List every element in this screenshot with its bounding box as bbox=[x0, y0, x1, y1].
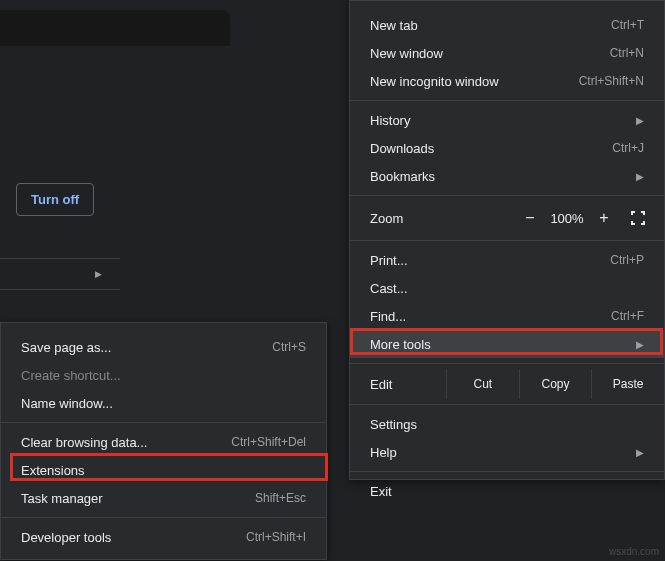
menu-label: More tools bbox=[370, 337, 624, 352]
zoom-label: Zoom bbox=[370, 211, 516, 226]
menu-separator bbox=[350, 404, 664, 405]
submenu-create-shortcut: Create shortcut... bbox=[1, 361, 326, 389]
menu-label: Clear browsing data... bbox=[21, 435, 231, 450]
menu-cast[interactable]: Cast... bbox=[350, 274, 664, 302]
menu-label: New window bbox=[370, 46, 610, 61]
cut-button[interactable]: Cut bbox=[446, 369, 519, 399]
menu-separator bbox=[350, 471, 664, 472]
menu-label: Help bbox=[370, 445, 624, 460]
menu-separator bbox=[1, 422, 326, 423]
turn-off-button[interactable]: Turn off bbox=[16, 183, 94, 216]
menu-exit[interactable]: Exit bbox=[350, 477, 664, 505]
zoom-out-button[interactable]: − bbox=[516, 209, 544, 227]
menu-separator bbox=[350, 100, 664, 101]
submenu-task-manager[interactable]: Task manager Shift+Esc bbox=[1, 484, 326, 512]
copy-button[interactable]: Copy bbox=[519, 369, 592, 399]
zoom-in-button[interactable]: + bbox=[590, 209, 618, 227]
menu-separator bbox=[350, 363, 664, 364]
menu-help[interactable]: Help ▶ bbox=[350, 438, 664, 466]
paste-button[interactable]: Paste bbox=[591, 369, 664, 399]
menu-label: Save page as... bbox=[21, 340, 272, 355]
menu-downloads[interactable]: Downloads Ctrl+J bbox=[350, 134, 664, 162]
fullscreen-icon[interactable] bbox=[624, 211, 652, 225]
menu-separator bbox=[350, 195, 664, 196]
menu-label: History bbox=[370, 113, 624, 128]
menu-new-tab[interactable]: New tab Ctrl+T bbox=[350, 11, 664, 39]
chevron-right-icon: ▶ bbox=[95, 269, 102, 279]
menu-label: New incognito window bbox=[370, 74, 579, 89]
submenu-save-page[interactable]: Save page as... Ctrl+S bbox=[1, 333, 326, 361]
menu-shortcut: Ctrl+Shift+Del bbox=[231, 435, 306, 449]
submenu-arrow-icon: ▶ bbox=[636, 339, 644, 350]
submenu-name-window[interactable]: Name window... bbox=[1, 389, 326, 417]
menu-label: Find... bbox=[370, 309, 611, 324]
menu-shortcut: Ctrl+T bbox=[611, 18, 644, 32]
menu-shortcut: Ctrl+P bbox=[610, 253, 644, 267]
menu-label: Developer tools bbox=[21, 530, 246, 545]
menu-label: New tab bbox=[370, 18, 611, 33]
menu-label: Cast... bbox=[370, 281, 644, 296]
submenu-extensions[interactable]: Extensions bbox=[1, 456, 326, 484]
submenu-arrow-icon: ▶ bbox=[636, 447, 644, 458]
menu-more-tools[interactable]: More tools ▶ bbox=[350, 330, 664, 358]
more-tools-submenu: Save page as... Ctrl+S Create shortcut..… bbox=[0, 322, 327, 560]
background-tab bbox=[0, 10, 230, 46]
menu-shortcut: Ctrl+J bbox=[612, 141, 644, 155]
menu-label: Print... bbox=[370, 253, 610, 268]
menu-new-window[interactable]: New window Ctrl+N bbox=[350, 39, 664, 67]
submenu-arrow-icon: ▶ bbox=[636, 171, 644, 182]
menu-label: Extensions bbox=[21, 463, 306, 478]
watermark: wsxdn.com bbox=[609, 546, 659, 557]
menu-shortcut: Ctrl+Shift+I bbox=[246, 530, 306, 544]
menu-label: Bookmarks bbox=[370, 169, 624, 184]
chrome-main-menu: New tab Ctrl+T New window Ctrl+N New inc… bbox=[349, 0, 665, 480]
background-expander-row[interactable]: ▶ bbox=[0, 258, 120, 290]
submenu-developer-tools[interactable]: Developer tools Ctrl+Shift+I bbox=[1, 523, 326, 551]
menu-label: Downloads bbox=[370, 141, 612, 156]
submenu-clear-data[interactable]: Clear browsing data... Ctrl+Shift+Del bbox=[1, 428, 326, 456]
menu-history[interactable]: History ▶ bbox=[350, 106, 664, 134]
menu-edit-row: Edit Cut Copy Paste bbox=[350, 369, 664, 399]
menu-find[interactable]: Find... Ctrl+F bbox=[350, 302, 664, 330]
menu-label: Name window... bbox=[21, 396, 306, 411]
submenu-arrow-icon: ▶ bbox=[636, 115, 644, 126]
edit-label: Edit bbox=[370, 377, 446, 392]
menu-settings[interactable]: Settings bbox=[350, 410, 664, 438]
menu-label: Settings bbox=[370, 417, 644, 432]
menu-shortcut: Ctrl+S bbox=[272, 340, 306, 354]
menu-shortcut: Ctrl+N bbox=[610, 46, 644, 60]
menu-separator bbox=[1, 517, 326, 518]
menu-bookmarks[interactable]: Bookmarks ▶ bbox=[350, 162, 664, 190]
menu-separator bbox=[350, 240, 664, 241]
menu-shortcut: Ctrl+F bbox=[611, 309, 644, 323]
menu-shortcut: Shift+Esc bbox=[255, 491, 306, 505]
menu-label: Create shortcut... bbox=[21, 368, 306, 383]
menu-label: Exit bbox=[370, 484, 644, 499]
menu-shortcut: Ctrl+Shift+N bbox=[579, 74, 644, 88]
menu-new-incognito[interactable]: New incognito window Ctrl+Shift+N bbox=[350, 67, 664, 95]
zoom-value: 100% bbox=[544, 211, 590, 226]
menu-print[interactable]: Print... Ctrl+P bbox=[350, 246, 664, 274]
menu-label: Task manager bbox=[21, 491, 255, 506]
menu-zoom-row: Zoom − 100% + bbox=[350, 201, 664, 235]
